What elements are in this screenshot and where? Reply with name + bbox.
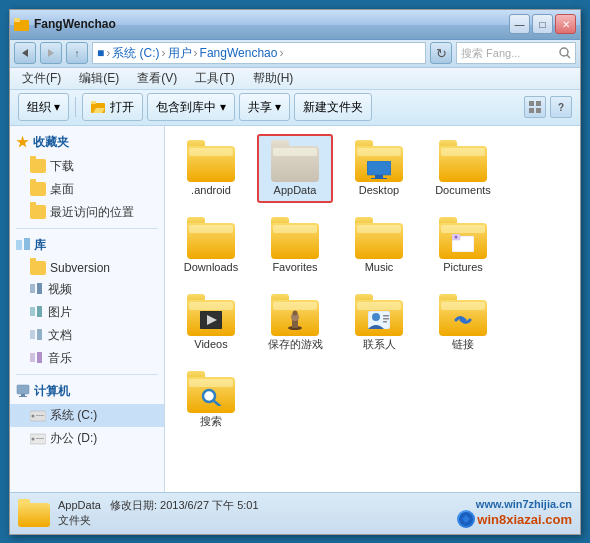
window-title: FangWenchao <box>34 17 116 31</box>
file-appdata[interactable]: AppData <box>257 134 333 203</box>
file-desktop[interactable]: Desktop <box>341 134 417 203</box>
file-view: .android AppData <box>165 126 580 492</box>
win7-orb <box>457 510 475 528</box>
sidebar-item-drive-c[interactable]: 系统 (C:) <box>10 404 164 427</box>
breadcrumb-current[interactable]: FangWenchao <box>200 46 278 60</box>
svg-rect-19 <box>30 330 35 339</box>
explorer-window: FangWenchao — □ ✕ ↑ ■ › 系统 (C:) › 用户 › F… <box>9 9 581 535</box>
file-android[interactable]: .android <box>173 134 249 203</box>
search-overlay-icon <box>201 388 221 406</box>
sidebar-item-downloads[interactable]: 下载 <box>10 155 164 178</box>
status-folder-icon <box>18 499 50 527</box>
toolbar-right: ? <box>524 96 572 118</box>
title-bar: FangWenchao — □ ✕ <box>10 10 580 40</box>
new-folder-button[interactable]: 新建文件夹 <box>294 93 372 121</box>
appdata-label: AppData <box>274 184 317 197</box>
sidebar-item-drive-d[interactable]: 办公 (D:) <box>10 427 164 450</box>
sidebar-divider-2 <box>16 374 158 375</box>
maximize-button[interactable]: □ <box>532 14 553 34</box>
file-videos[interactable]: Videos <box>173 288 249 357</box>
breadcrumb-c[interactable]: 系统 (C:) <box>112 45 159 62</box>
favorites-folder-icon <box>271 217 319 259</box>
view-button[interactable] <box>524 96 546 118</box>
sidebar-item-music[interactable]: 音乐 <box>10 347 164 370</box>
share-button[interactable]: 共享 ▾ <box>239 93 290 121</box>
drive-c-label: 系统 (C:) <box>50 407 97 424</box>
android-folder-icon <box>187 140 235 182</box>
svg-rect-31 <box>36 438 44 439</box>
sidebar-item-desktop[interactable]: 桌面 <box>10 178 164 201</box>
sidebar-item-subversion[interactable]: Subversion <box>10 258 164 278</box>
new-folder-label: 新建文件夹 <box>303 99 363 116</box>
menu-file[interactable]: 文件(F) <box>14 68 69 89</box>
back-button[interactable] <box>14 42 36 64</box>
svg-point-27 <box>32 415 35 418</box>
sidebar-item-pictures[interactable]: 图片 <box>10 301 164 324</box>
search-folder-icon <box>187 371 235 413</box>
include-label: 包含到库中 ▾ <box>156 99 225 116</box>
music-lib-icon <box>30 352 44 364</box>
organize-button[interactable]: 组织 ▾ <box>18 93 69 121</box>
pictures-overlay-icon <box>452 234 474 252</box>
open-button[interactable]: 打开 <box>82 93 143 121</box>
sidebar-favorites-header[interactable]: ★ 收藏夹 <box>10 130 164 155</box>
close-button[interactable]: ✕ <box>555 14 576 34</box>
contacts-label: 联系人 <box>363 338 396 351</box>
address-bar: ↑ ■ › 系统 (C:) › 用户 › FangWenchao › ↻ 搜索 … <box>10 40 580 68</box>
downloads-label-lg: Downloads <box>184 261 238 274</box>
menu-edit[interactable]: 编辑(E) <box>71 68 127 89</box>
music-label: 音乐 <box>48 350 72 367</box>
video-lib-icon <box>30 283 44 295</box>
file-documents[interactable]: Documents <box>425 134 501 203</box>
pictures-lib-icon <box>30 306 44 318</box>
library-icon <box>16 238 30 252</box>
title-bar-left: FangWenchao <box>14 16 116 32</box>
breadcrumb-users[interactable]: 用户 <box>168 45 192 62</box>
menu-view[interactable]: 查看(V) <box>129 68 185 89</box>
menu-tools[interactable]: 工具(T) <box>187 68 242 89</box>
up-button[interactable]: ↑ <box>66 42 88 64</box>
watermark-line1: www.win7zhijia.cn <box>476 498 572 510</box>
svg-point-37 <box>455 235 458 238</box>
forward-button[interactable] <box>40 42 62 64</box>
sidebar-item-recent[interactable]: 最近访问的位置 <box>10 201 164 224</box>
file-pictures[interactable]: Pictures <box>425 211 501 280</box>
desktop-overlay-icon <box>367 161 391 179</box>
breadcrumb-root[interactable]: ■ <box>97 46 104 60</box>
file-music[interactable]: Music <box>341 211 417 280</box>
status-info: AppData 修改日期: 2013/6/27 下午 5:01 文件夹 <box>58 498 259 528</box>
documents-label: Documents <box>435 184 491 197</box>
links-label: 链接 <box>452 338 474 351</box>
refresh-button[interactable]: ↻ <box>430 42 452 64</box>
minimize-button[interactable]: — <box>509 14 530 34</box>
menu-help[interactable]: 帮助(H) <box>245 68 302 89</box>
sidebar-item-docs[interactable]: 文档 <box>10 324 164 347</box>
include-button[interactable]: 包含到库中 ▾ <box>147 93 234 121</box>
videos-overlay-icon <box>200 311 222 329</box>
file-favorites[interactable]: Favorites <box>257 211 333 280</box>
open-label: 打开 <box>110 99 134 116</box>
help-view-button[interactable]: ? <box>550 96 572 118</box>
svg-rect-13 <box>16 240 22 250</box>
search-bar[interactable]: 搜索 Fang... <box>456 42 576 64</box>
svg-rect-25 <box>19 396 27 397</box>
file-contacts[interactable]: 联系人 <box>341 288 417 357</box>
organize-label: 组织 ▾ <box>27 99 60 116</box>
file-games[interactable]: 保存的游戏 <box>257 288 333 357</box>
svg-marker-3 <box>48 49 54 57</box>
windows-orb-icon <box>458 511 474 527</box>
file-downloads[interactable]: Downloads <box>173 211 249 280</box>
desktop-folder-icon-lg <box>355 140 403 182</box>
status-item-name: AppData 修改日期: 2013/6/27 下午 5:01 <box>58 498 259 513</box>
recent-label: 最近访问的位置 <box>50 204 134 221</box>
documents-folder-icon <box>439 140 487 182</box>
file-search[interactable]: 搜索 <box>173 365 249 434</box>
docs-label: 文档 <box>48 327 72 344</box>
file-links[interactable]: 链接 <box>425 288 501 357</box>
sidebar-item-video[interactable]: 视频 <box>10 278 164 301</box>
sidebar-library-header[interactable]: 库 <box>10 233 164 258</box>
pictures-label: 图片 <box>48 304 72 321</box>
sidebar-computer-header[interactable]: 计算机 <box>10 379 164 404</box>
svg-rect-7 <box>91 101 96 104</box>
breadcrumb[interactable]: ■ › 系统 (C:) › 用户 › FangWenchao › <box>92 42 426 64</box>
